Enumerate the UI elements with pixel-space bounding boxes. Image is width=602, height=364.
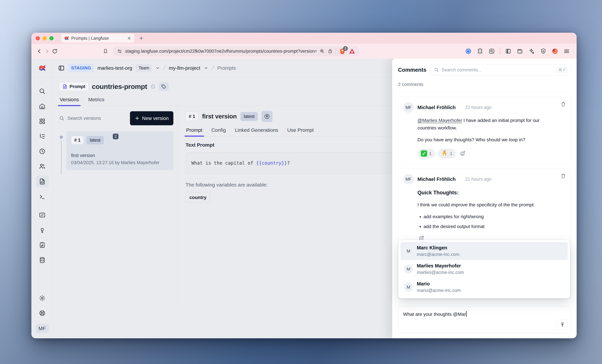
comments-header: Comments ⌘ F: [398, 64, 571, 75]
breadcrumb-org[interactable]: marlies-test-org: [97, 65, 132, 71]
site-settings-icon[interactable]: [117, 49, 122, 54]
comment-count-badge: 2: [113, 134, 118, 139]
share-icon[interactable]: [328, 49, 333, 54]
wallet-icon[interactable]: [517, 48, 523, 54]
tracing-icon[interactable]: [39, 133, 46, 140]
support-lifebuoy-icon[interactable]: [39, 310, 46, 317]
tab-close-icon[interactable]: [127, 36, 131, 40]
window-controls: [36, 36, 54, 40]
version-list-item[interactable]: # 1 latest 2 first version: [66, 131, 173, 170]
datasets-database-icon[interactable]: [39, 257, 46, 264]
add-reaction-icon[interactable]: [460, 150, 466, 157]
user-avatar[interactable]: MF: [36, 324, 49, 333]
delete-comment-icon[interactable]: [560, 173, 566, 179]
maximize-window-button[interactable]: [49, 36, 54, 40]
reaction-hands-count: 1: [450, 151, 452, 156]
mention-option-marlies[interactable]: M Marlies Mayerhofer marlies@acme-inc.co…: [400, 260, 568, 278]
tab-use-prompt[interactable]: Use Prompt: [287, 127, 314, 136]
zoom-page-icon[interactable]: [320, 49, 325, 54]
annotation-queues-icon[interactable]: [39, 242, 46, 248]
dashboards-icon[interactable]: [39, 118, 46, 125]
back-icon[interactable]: [36, 48, 42, 54]
bookmark-icon[interactable]: [103, 49, 108, 54]
new-tab-button[interactable]: [139, 35, 144, 41]
comments-search-input[interactable]: [441, 67, 554, 73]
comments-title: Comments: [398, 67, 427, 73]
promote-version-button[interactable]: [261, 111, 272, 122]
comment-card-2: MF Michael Fröhlich · 21 hours ago Quick…: [398, 169, 571, 246]
tab-title: Prompts | Langfuse: [71, 36, 125, 41]
search-versions-input[interactable]: [67, 116, 127, 121]
comment-1-author: Michael Fröhlich: [418, 105, 456, 110]
tab-versions[interactable]: Versions: [59, 97, 80, 106]
new-version-button[interactable]: New version: [130, 111, 173, 125]
deploy-arrow-up-icon: [264, 113, 270, 120]
search-extension-icon[interactable]: [489, 48, 495, 54]
search-icon[interactable]: [39, 88, 46, 95]
home-icon[interactable]: [39, 103, 46, 110]
close-window-button[interactable]: [36, 36, 40, 40]
forward-icon[interactable]: [44, 48, 50, 54]
sidebar-toggle-icon[interactable]: [58, 65, 65, 71]
sidebar-panel-icon[interactable]: [505, 48, 511, 54]
url-text[interactable]: staging.langfuse.com/project/cm22fk0w700…: [125, 49, 317, 54]
comments-search-box[interactable]: ⌘ F: [431, 64, 571, 75]
sessions-clock-icon[interactable]: [39, 148, 46, 155]
mention-option-mario[interactable]: M Mario mario@acme-inc.com: [400, 278, 568, 296]
leo-ai-sparkles-icon[interactable]: [528, 48, 535, 54]
search-shortcut-badge: ⌘ F: [556, 67, 568, 73]
vpn-shield-icon[interactable]: [540, 48, 547, 54]
firefox-relay-swirl-icon[interactable]: [552, 48, 558, 54]
minimize-window-button[interactable]: [43, 36, 47, 40]
tag-icon: [161, 84, 166, 89]
breadcrumb-section[interactable]: Prompts: [217, 65, 236, 71]
tab-metrics[interactable]: Metrics: [88, 97, 105, 106]
mention-option-marc[interactable]: M Marc Klingen marc@acme-inc.com: [400, 242, 568, 260]
breadcrumb-project[interactable]: my-llm-project: [169, 65, 200, 71]
org-chevron-down-icon[interactable]: [155, 66, 160, 70]
submit-comment-button[interactable]: [557, 320, 568, 330]
reaction-hands-pill[interactable]: 1: [438, 149, 455, 159]
menu-hamburger-icon[interactable]: [563, 48, 570, 54]
playground-terminal-icon[interactable]: [39, 193, 46, 200]
mention-dropdown: M Marc Klingen marc@acme-inc.com M Marli…: [398, 240, 570, 298]
evaluation-icon[interactable]: [39, 212, 46, 219]
comment-2-body: Quick Thoughts: I think we could improve…: [418, 189, 553, 230]
comments-count: 2 comments: [398, 82, 571, 92]
comment-1-text-2: Do you have any thoughts? Who should we …: [418, 136, 553, 144]
onepassword-extension-icon[interactable]: [465, 48, 472, 54]
prompt-type-label: Prompt: [70, 84, 86, 89]
browser-tab[interactable]: Prompts | Langfuse: [61, 34, 134, 43]
extensions-puzzle-icon[interactable]: [477, 48, 483, 54]
mention-avatar: M: [404, 282, 413, 292]
address-bar[interactable]: staging.langfuse.com/project/cm22fk0w700…: [113, 46, 360, 56]
settings-gear-icon[interactable]: [39, 295, 46, 302]
mention-link[interactable]: @Marlies Mayerhofer: [418, 118, 462, 123]
project-chevron-down-icon[interactable]: [204, 66, 208, 70]
sidebar-item-prompts-active[interactable]: [36, 175, 49, 188]
lightbulb-icon[interactable]: [39, 226, 46, 234]
brave-rewards-icon[interactable]: [349, 48, 355, 54]
latest-badge: latest: [86, 136, 104, 144]
comment-composer[interactable]: What are your thoughts @Mar: [398, 306, 571, 333]
langfuse-logo[interactable]: [31, 59, 53, 77]
versions-list-column: New version # 1 latest: [59, 106, 178, 304]
new-version-label: New version: [142, 116, 169, 121]
check-emoji-icon: ✓: [421, 150, 427, 157]
timeline-line: [61, 140, 62, 175]
users-icon[interactable]: [39, 163, 46, 170]
tag-button[interactable]: [159, 82, 169, 91]
brave-shield-icon[interactable]: 2: [339, 48, 346, 54]
version-number-badge: # 1: [71, 136, 84, 144]
reaction-check-pill[interactable]: ✓ 1: [418, 149, 435, 158]
prompt-code-box[interactable]: What is the capital of {{country}}?: [185, 152, 402, 174]
mention-email: mario@acme-inc.com: [417, 288, 461, 293]
plus-icon: [135, 116, 140, 121]
timeline-dot: [60, 136, 63, 139]
tab-config[interactable]: Config: [211, 127, 226, 136]
tab-linked-generations[interactable]: Linked Generations: [234, 127, 279, 136]
tab-prompt[interactable]: Prompt: [185, 127, 203, 136]
info-icon[interactable]: [150, 84, 155, 89]
delete-comment-icon[interactable]: [560, 101, 566, 107]
reload-icon[interactable]: [52, 48, 58, 54]
